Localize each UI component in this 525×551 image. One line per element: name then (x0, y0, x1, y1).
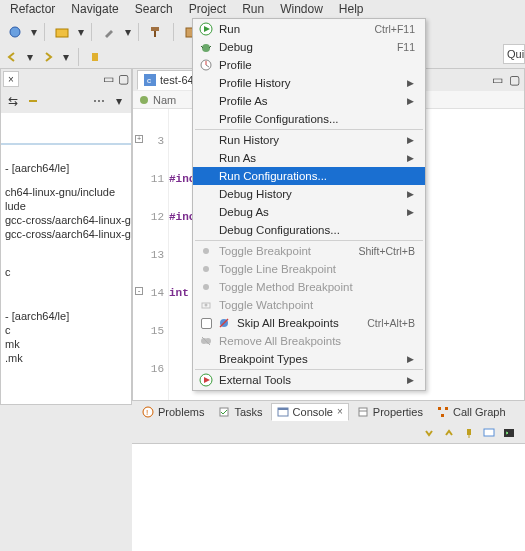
menu-item-label: Breakpoint Types (215, 353, 405, 365)
menu-item[interactable]: RunCtrl+F11 (193, 20, 425, 38)
separator (91, 23, 92, 41)
svg-rect-1 (56, 29, 68, 37)
close-icon[interactable]: × (337, 406, 343, 417)
dot-icon (197, 261, 215, 277)
view-tab-label: Tasks (234, 406, 262, 418)
back-icon[interactable] (4, 49, 20, 65)
tree-item[interactable]: gcc-cross/aarch64-linux-gnu (1, 227, 131, 241)
blank-icon (197, 75, 215, 91)
pin-icon[interactable] (461, 425, 477, 441)
view-tab[interactable]: !Problems (136, 403, 210, 421)
minimize-icon[interactable]: ▭ (492, 73, 503, 87)
menu-item-label: Remove All Breakpoints (215, 335, 415, 347)
tree-item[interactable]: lude (1, 199, 131, 213)
problem-icon: ! (142, 406, 154, 418)
view-tab[interactable]: Console× (271, 403, 349, 421)
tree-item[interactable]: c (1, 323, 131, 337)
menu-help[interactable]: Help (331, 0, 372, 18)
menu-item[interactable]: Debug As▶ (193, 203, 425, 221)
menu-project[interactable]: Project (181, 0, 234, 18)
menu-window[interactable]: Window (272, 0, 331, 18)
dot-icon (197, 279, 215, 295)
menu-item[interactable]: External Tools▶ (193, 371, 425, 389)
filter-icon[interactable]: ⋯ (91, 93, 107, 109)
dropdown-icon[interactable]: ▾ (30, 25, 38, 39)
menu-item-label: Run (215, 23, 374, 35)
marker-icon[interactable] (87, 49, 103, 65)
down-arrow-icon[interactable] (421, 425, 437, 441)
menu-item[interactable]: Debug Configurations... (193, 221, 425, 239)
tree-item[interactable]: .mk (1, 351, 131, 365)
menu-search[interactable]: Search (127, 0, 181, 18)
menu-item[interactable]: Breakpoint Types▶ (193, 350, 425, 368)
tree-item[interactable]: c (1, 265, 131, 279)
menu-item[interactable]: Skip All BreakpointsCtrl+Alt+B (193, 314, 425, 332)
view-tab-label: Console (293, 406, 333, 418)
explorer-tree[interactable]: - [aarch64/le] ch64-linux-gnu/include lu… (1, 113, 131, 404)
submenu-arrow-icon: ▶ (405, 189, 415, 199)
menu-item[interactable]: Run Configurations... (193, 167, 425, 185)
quick-access-input[interactable]: Qui (503, 44, 525, 64)
submenu-arrow-icon: ▶ (405, 207, 415, 217)
menu-run[interactable]: Run (234, 0, 272, 18)
forward-icon[interactable] (40, 49, 56, 65)
explorer-toolbar: ⇆ ⋯ ▾ (1, 89, 131, 113)
menu-item[interactable]: Run As▶ (193, 149, 425, 167)
menu-item[interactable]: DebugF11 (193, 38, 425, 56)
terminal-icon[interactable] (501, 425, 517, 441)
folder-icon[interactable] (51, 21, 73, 43)
dropdown-icon[interactable]: ▾ (62, 50, 70, 64)
view-tab-label: Properties (373, 406, 423, 418)
view-tab[interactable]: Properties (351, 403, 429, 421)
menu-item[interactable]: Debug History▶ (193, 185, 425, 203)
new-icon[interactable] (4, 21, 26, 43)
menu-item-label: Skip All Breakpoints (233, 317, 367, 329)
tree-item[interactable]: ch64-linux-gnu/include (1, 185, 131, 199)
props-icon (357, 406, 369, 418)
view-tab-label: Problems (158, 406, 204, 418)
menu-navigate[interactable]: Navigate (63, 0, 126, 18)
fold-plus-icon[interactable]: + (135, 135, 143, 143)
view-tab[interactable]: Call Graph (431, 403, 512, 421)
svg-rect-30 (359, 408, 367, 416)
close-icon[interactable]: × (3, 71, 19, 87)
maximize-icon[interactable]: ▢ (118, 72, 129, 86)
maximize-icon[interactable]: ▢ (509, 73, 520, 87)
dropdown-icon[interactable]: ▾ (26, 50, 34, 64)
tree-item[interactable]: mk (1, 337, 131, 351)
dropdown-icon[interactable]: ▾ (124, 25, 132, 39)
menu-shortcut: Shift+Ctrl+B (358, 245, 415, 257)
menu-item[interactable]: Profile (193, 56, 425, 74)
menu-item[interactable]: Profile As▶ (193, 92, 425, 110)
menu-refactor[interactable]: Refactor (2, 0, 63, 18)
checkbox-icon[interactable] (197, 318, 215, 329)
svg-point-16 (203, 284, 209, 290)
tree-item[interactable]: - [aarch64/le] (1, 161, 131, 175)
tree-item[interactable]: gcc-cross/aarch64-linux-gnu (1, 213, 131, 227)
blank-icon (197, 222, 215, 238)
remove-icon (197, 333, 215, 349)
menu-item-label: Debug Configurations... (215, 224, 415, 236)
menu-item[interactable]: Run History▶ (193, 131, 425, 149)
collapse-icon[interactable]: ⇆ (5, 93, 21, 109)
submenu-arrow-icon: ▶ (405, 135, 415, 145)
menu-item[interactable]: Profile Configurations... (193, 110, 425, 128)
fold-minus-icon[interactable]: - (135, 287, 143, 295)
hammer-icon[interactable] (145, 21, 167, 43)
tree-item[interactable]: - [aarch64/le] (1, 309, 131, 323)
display-icon[interactable] (481, 425, 497, 441)
menu-item[interactable]: Profile History▶ (193, 74, 425, 92)
link-icon[interactable] (25, 93, 41, 109)
dot-icon (197, 243, 215, 259)
blank-icon (197, 111, 215, 127)
wrench-icon[interactable] (98, 21, 120, 43)
menu-item-label: Profile History (215, 77, 405, 89)
menu-item-label: External Tools (215, 374, 405, 386)
view-tab[interactable]: Tasks (212, 403, 268, 421)
dropdown-icon[interactable]: ▾ (77, 25, 85, 39)
menu-icon[interactable]: ▾ (111, 93, 127, 109)
up-arrow-icon[interactable] (441, 425, 457, 441)
console-output[interactable] (132, 444, 525, 551)
minimize-icon[interactable]: ▭ (103, 72, 114, 86)
profile-run-icon (197, 57, 215, 73)
